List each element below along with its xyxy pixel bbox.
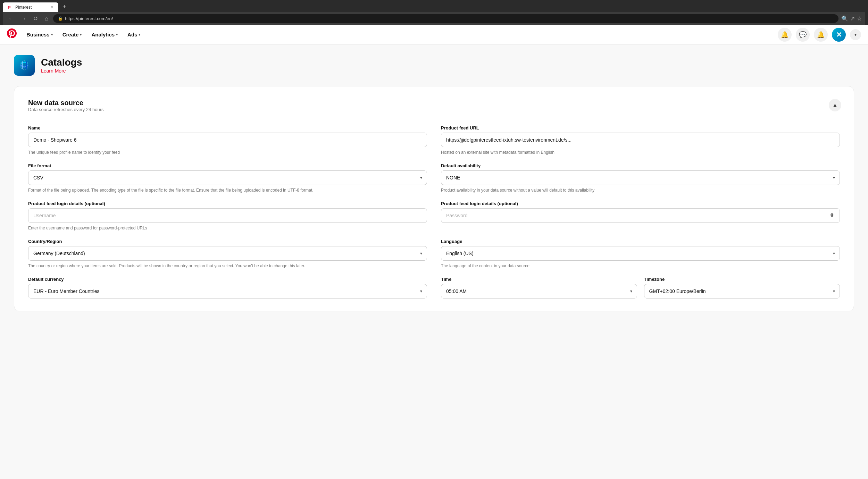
collapse-button[interactable]: ▲ — [829, 99, 841, 111]
name-input[interactable] — [28, 133, 427, 147]
catalogs-title-group: Catalogs Learn More — [41, 57, 82, 74]
default-availability-select[interactable]: NONE IN_STOCK OUT_OF_STOCK PREORDER — [441, 170, 840, 185]
address-bar[interactable]: 🔒 https://pinterest.com/en/ — [53, 14, 838, 23]
username-hint: Enter the username and password for pass… — [28, 226, 427, 230]
nav-business[interactable]: Business ▾ — [22, 29, 57, 40]
nav-ads-label: Ads — [127, 32, 137, 37]
form-row-5: Default currency EUR - Euro Member Count… — [28, 277, 840, 299]
language-select-wrapper: English (US) English (UK) German French … — [441, 246, 840, 261]
country-region-group: Country/Region Germany (Deutschland) Uni… — [28, 239, 427, 268]
file-format-label: File format — [28, 163, 427, 168]
time-select[interactable]: 05:00 AM 06:00 AM 07:00 AM 12:00 AM — [441, 284, 637, 299]
message-button[interactable]: 💬 — [796, 28, 810, 42]
country-region-select[interactable]: Germany (Deutschland) United States Unit… — [28, 246, 427, 261]
language-hint: The language of the content in your data… — [441, 263, 840, 268]
form-row-3: Product feed login details (optional) En… — [28, 201, 840, 230]
language-label: Language — [441, 239, 840, 244]
search-icon[interactable]: 🔍 — [841, 15, 848, 22]
main-nav: Business ▾ Create ▾ Analytics ▾ Ads ▾ — [22, 29, 778, 40]
toolbar-right: 🔍 ↗ ☆ — [841, 15, 862, 22]
catalogs-header: Catalogs Learn More — [14, 55, 854, 76]
alert-icon: 🔔 — [817, 31, 825, 39]
home-button[interactable]: ⌂ — [43, 15, 50, 23]
password-input[interactable] — [441, 208, 840, 223]
page-title: Catalogs — [41, 57, 82, 68]
name-label: Name — [28, 125, 427, 131]
nav-ads[interactable]: Ads ▾ — [123, 29, 144, 40]
file-format-select[interactable]: CSV TSV XML RSS XML — [28, 170, 427, 185]
nav-create[interactable]: Create ▾ — [58, 29, 86, 40]
default-currency-select[interactable]: EUR - Euro Member Countries USD - United… — [28, 284, 427, 299]
time-select-wrapper: 05:00 AM 06:00 AM 07:00 AM 12:00 AM ▾ — [441, 284, 637, 299]
country-region-hint: The country or region where your items a… — [28, 263, 427, 268]
catalogs-icon — [14, 55, 35, 76]
form-row-2: File format CSV TSV XML RSS XML ▾ Format… — [28, 163, 840, 193]
country-region-label: Country/Region — [28, 239, 427, 244]
nav-analytics[interactable]: Analytics ▾ — [87, 29, 122, 40]
nav-analytics-label: Analytics — [91, 32, 115, 37]
product-feed-url-hint: Hosted on an external site with metadata… — [441, 150, 840, 155]
tab-favicon: P — [8, 5, 12, 10]
form-row-1: Name The unique feed profile name to ide… — [28, 125, 840, 155]
notification-icon: 🔔 — [781, 31, 788, 39]
default-availability-group: Default availability NONE IN_STOCK OUT_O… — [441, 163, 840, 193]
username-group: Product feed login details (optional) En… — [28, 201, 427, 230]
tab-close-button[interactable]: × — [51, 5, 53, 10]
default-availability-label: Default availability — [441, 163, 840, 168]
country-region-select-wrapper: Germany (Deutschland) United States Unit… — [28, 246, 427, 261]
account-dropdown-button[interactable]: ▾ — [850, 29, 861, 40]
pinterest-header: Business ▾ Create ▾ Analytics ▾ Ads ▾ 🔔 … — [0, 25, 868, 44]
timezone-label: Timezone — [644, 277, 840, 282]
url-display: https://pinterest.com/en/ — [65, 16, 113, 21]
timezone-group: Timezone GMT+02:00 Europe/Berlin GMT+00:… — [644, 277, 840, 299]
chevron-down-icon: ▾ — [116, 33, 118, 36]
back-button[interactable]: ← — [6, 15, 16, 23]
main-content: Catalogs Learn More New data source Data… — [0, 44, 868, 479]
language-group: Language English (US) English (UK) Germa… — [441, 239, 840, 268]
browser-tabs: P Pinterest × + — [3, 2, 865, 12]
name-hint: The unique feed profile name to identify… — [28, 150, 427, 155]
new-tab-button[interactable]: + — [60, 2, 69, 12]
chevron-up-icon: ▲ — [832, 102, 838, 108]
timezone-select[interactable]: GMT+02:00 Europe/Berlin GMT+00:00 UTC GM… — [644, 284, 840, 299]
form-title: New data source — [28, 99, 104, 107]
pinterest-logo[interactable] — [7, 28, 17, 41]
password-group: Product feed login details (optional) 👁 — [441, 201, 840, 230]
file-format-hint: Format of the file being uploaded. The e… — [28, 188, 427, 193]
username-input[interactable] — [28, 208, 427, 223]
file-format-select-wrapper: CSV TSV XML RSS XML ▾ — [28, 170, 427, 185]
product-feed-url-label: Product feed URL — [441, 125, 840, 131]
share-icon[interactable]: ↗ — [850, 15, 855, 22]
product-feed-url-input[interactable] — [441, 133, 840, 147]
default-availability-hint: Product availability in your data source… — [441, 188, 840, 193]
default-currency-group: Default currency EUR - Euro Member Count… — [28, 277, 427, 299]
active-tab[interactable]: P Pinterest × — [3, 2, 58, 12]
user-avatar[interactable]: ✕ — [832, 28, 846, 42]
notification-button[interactable]: 🔔 — [778, 28, 792, 42]
product-feed-url-group: Product feed URL Hosted on an external s… — [441, 125, 840, 155]
browser-toolbar: ← → ↺ ⌂ 🔒 https://pinterest.com/en/ 🔍 ↗ … — [3, 12, 865, 25]
bookmark-icon[interactable]: ☆ — [857, 15, 862, 22]
default-currency-select-wrapper: EUR - Euro Member Countries USD - United… — [28, 284, 427, 299]
dropdown-chevron-icon: ▾ — [854, 32, 857, 37]
lock-icon: 🔒 — [58, 16, 63, 21]
tab-title: Pinterest — [15, 5, 32, 10]
form-row-4: Country/Region Germany (Deutschland) Uni… — [28, 239, 840, 268]
forward-button[interactable]: → — [19, 15, 28, 23]
default-availability-select-wrapper: NONE IN_STOCK OUT_OF_STOCK PREORDER ▾ — [441, 170, 840, 185]
file-format-group: File format CSV TSV XML RSS XML ▾ Format… — [28, 163, 427, 193]
name-group: Name The unique feed profile name to ide… — [28, 125, 427, 155]
nav-create-label: Create — [62, 32, 79, 37]
chevron-down-icon: ▾ — [51, 33, 53, 36]
learn-more-link[interactable]: Learn More — [41, 68, 66, 74]
nav-business-label: Business — [26, 32, 50, 37]
default-currency-label: Default currency — [28, 277, 427, 282]
password-visibility-toggle[interactable]: 👁 — [829, 212, 835, 219]
form-subtitle: Data source refreshes every 24 hours — [28, 107, 104, 112]
browser-chrome: P Pinterest × + ← → ↺ ⌂ 🔒 https://pinter… — [0, 0, 868, 25]
timezone-select-wrapper: GMT+02:00 Europe/Berlin GMT+00:00 UTC GM… — [644, 284, 840, 299]
alert-button[interactable]: 🔔 — [814, 28, 828, 42]
language-select[interactable]: English (US) English (UK) German French — [441, 246, 840, 261]
chevron-down-icon: ▾ — [139, 33, 140, 36]
refresh-button[interactable]: ↺ — [31, 15, 40, 23]
